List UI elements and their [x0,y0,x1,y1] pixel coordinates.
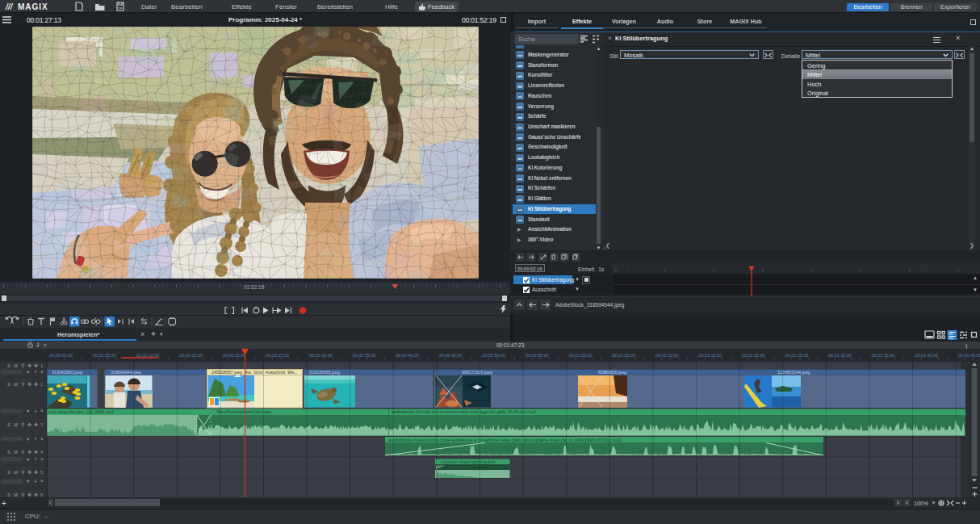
svg-text:✥: ✥ [34,382,38,387]
svg-text:1124553144.jpeg: 1124553144.jpeg [777,370,810,375]
svg-text:,00:00:15;00: ,00:00:15;00 [178,353,203,358]
svg-text:S: S [7,450,10,455]
svg-text:audioblocks-14-colle tivo-armo: audioblocks-14-colle tivo-armonico-carlo… [392,409,536,414]
svg-text:M: M [14,493,18,497]
svg-text:,00:01:15;00: ,00:01:15;00 [697,353,722,358]
svg-text:100%: 100% [914,501,928,506]
svg-text:318594944.jpeg: 318594944.jpeg [111,370,141,375]
svg-text:+: + [34,436,37,442]
svg-text:,00:01:40;00: ,00:01:40;00 [914,353,938,358]
svg-text:⚲: ⚲ [21,493,24,497]
svg-text:+: + [34,369,37,375]
svg-text:82889826.jpeg: 82889826.jpeg [598,370,626,375]
svg-text:M: M [14,363,18,368]
svg-text:S: S [7,422,10,427]
svg-text:explosion-blast-lightning-bolt: explosion-blast-lightning-bolt... [441,459,499,464]
svg-text:,00:00:00;00: ,00:00:00;00 [48,353,73,358]
svg-text:×: × [40,456,44,462]
svg-text:S: S [7,493,10,497]
svg-text:,00:01:20;00: ,00:01:20;00 [741,353,765,358]
svg-text:✥: ✥ [27,422,31,427]
svg-text:S: S [7,382,10,387]
svg-text:M: M [14,470,18,475]
svg-text:×: × [40,369,44,375]
svg-text:00:01:47:23: 00:01:47:23 [496,342,525,348]
svg-text:,00:00:30;00: ,00:00:30;00 [308,353,333,358]
svg-text:,00:01:25;00: ,00:01:25;00 [784,353,808,358]
svg-text:⚲: ⚲ [21,422,24,427]
svg-text:⚲: ⚲ [21,382,24,387]
svg-text:▾: ▾ [27,409,29,413]
svg-text:,00:00:35;00: ,00:00:35;00 [351,353,375,358]
svg-text:245928057.jpeg Rot Grün Aus: 245928057.jpeg Rot Grün Ausschnitt We... [211,370,298,375]
svg-text:✥: ✥ [34,493,38,497]
svg-text:S: S [7,363,10,368]
svg-text:✥: ✥ [34,422,38,427]
svg-text:✥: ✥ [27,470,31,475]
svg-text:,00:00:50;00: ,00:00:50;00 [481,353,505,358]
svg-text:,00:01:00;00: ,00:01:00;00 [567,353,592,358]
svg-text:M: M [14,450,18,455]
svg-text:01:52:19: 01:52:19 [244,284,265,290]
svg-text:▾: ▾ [27,479,29,484]
svg-text:+: + [34,409,37,414]
svg-text:,00:01:45;00: ,00:01:45;00 [957,353,980,358]
svg-text:+: + [34,479,37,484]
svg-text:995171525.jpeg: 995171525.jpeg [462,370,492,375]
svg-text:,00:01:05;00: ,00:01:05;00 [611,353,635,358]
svg-text:,00:01:10;00: ,00:01:10;00 [654,353,678,358]
svg-text:✥: ✥ [34,450,38,455]
svg-text:,00:00:25;00: ,00:00:25;00 [265,353,289,358]
svg-text:✥: ✥ [27,493,31,497]
svg-text:✥: ✥ [27,450,31,455]
svg-text:,00:00:20;00: ,00:00:20;00 [221,353,245,358]
svg-text:▾: ▾ [27,370,29,375]
svg-text:⚲: ⚲ [21,363,24,368]
svg-text:+: + [34,456,37,462]
svg-text:⚲: ⚲ [21,470,24,475]
svg-text:✥: ✥ [27,363,31,368]
svg-text:✥: ✥ [34,470,38,475]
svg-text:313342890.jpeg: 313342890.jpeg [52,370,82,375]
svg-text:,00:00:40;00: ,00:00:40;00 [395,353,419,358]
svg-text:✥: ✥ [27,382,31,387]
svg-text:+: + [2,499,6,508]
svg-text:,00:01:35;00: ,00:01:35;00 [870,353,894,358]
svg-text:,00:00:55;00: ,00:00:55;00 [525,353,549,358]
svg-text:×: × [40,436,44,442]
svg-text:M: M [14,422,18,427]
svg-text:×: × [40,408,44,413]
svg-text:M: M [14,382,18,387]
svg-text:S: S [7,470,10,475]
svg-text:,00:00:05;00: ,00:00:05;00 [92,353,116,358]
svg-text:audioblocks-forest-birds-close: audioblocks-forest-birds-close-ambience-… [388,438,622,442]
svg-text:very-close-thunder_Ckl_184d.mp: very-close-thunder_Ckl_184d.mp3 [48,409,114,414]
svg-text:510035935.jpeg: 510035935.jpeg [309,370,340,375]
svg-text:▾: ▾ [27,457,29,462]
svg-text:▾: ▾ [27,437,29,442]
svg-text:×: × [40,478,44,484]
svg-text:,00:01:30;00: ,00:01:30;00 [827,353,852,358]
svg-text:⚲: ⚲ [21,450,24,455]
svg-text:✥: ✥ [34,363,38,368]
svg-text:,00:00:10;00: ,00:00:10;00 [135,353,159,358]
svg-text:,00:00:45;00: ,00:00:45;00 [438,353,462,358]
